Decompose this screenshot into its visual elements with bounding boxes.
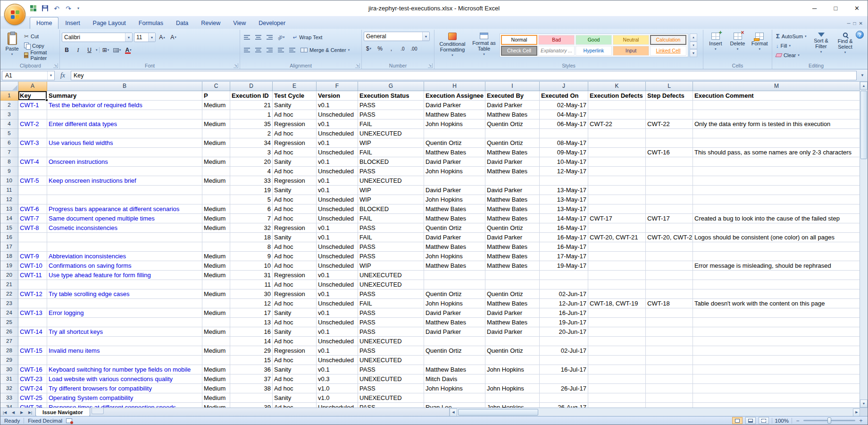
- cell-C6[interactable]: Medium: [202, 138, 230, 148]
- cell-A20[interactable]: CWT-11: [18, 271, 47, 280]
- cell-G16[interactable]: FAIL: [358, 233, 424, 242]
- cell-M7[interactable]: This should pass, as some names are only…: [693, 148, 860, 157]
- cell-K16[interactable]: CWT-20, CWT-21: [588, 233, 646, 242]
- cell-F2[interactable]: v0.1: [317, 101, 358, 110]
- cell-M30[interactable]: [693, 365, 860, 374]
- fill-button[interactable]: ↓Fill▾: [774, 41, 809, 50]
- cell-G12[interactable]: WIP: [358, 195, 424, 204]
- cell-M26[interactable]: [693, 327, 860, 337]
- cell-B29[interactable]: [47, 356, 202, 365]
- cell-F17[interactable]: Unscheduled: [317, 242, 358, 252]
- insert-cells-button[interactable]: Insert▾: [705, 31, 726, 62]
- workbook-restore-icon[interactable]: □: [853, 21, 856, 26]
- cell-H2[interactable]: David Parker: [424, 101, 485, 110]
- cell-D13[interactable]: 6: [230, 204, 273, 214]
- cell-D7[interactable]: 3: [230, 148, 273, 157]
- cell-F6[interactable]: v0.1: [317, 138, 358, 148]
- row-header-5[interactable]: 5: [0, 129, 18, 138]
- cell-B13[interactable]: Progress bars appearance at different sc…: [47, 204, 202, 214]
- last-sheet-button[interactable]: ▶|: [26, 408, 34, 416]
- cell-I24[interactable]: David Parker: [485, 308, 540, 318]
- comma-style-button[interactable]: ,: [386, 44, 396, 53]
- cell-J6[interactable]: 08-May-17: [540, 138, 588, 148]
- macro-record-button[interactable]: [66, 418, 72, 423]
- cell-L12[interactable]: [646, 195, 693, 204]
- cell-L33[interactable]: [646, 393, 693, 403]
- cell-M12[interactable]: [693, 195, 860, 204]
- cell-K28[interactable]: [588, 346, 646, 356]
- cell-E11[interactable]: Sanity: [273, 186, 317, 195]
- increase-decimal-button[interactable]: .0: [398, 44, 408, 53]
- number-dialog-launcher-icon[interactable]: ↘: [428, 63, 433, 68]
- cell-K22[interactable]: [588, 289, 646, 299]
- row-header-8[interactable]: 8: [0, 157, 18, 167]
- qat-customize-dropdown-icon[interactable]: ▾: [75, 3, 82, 14]
- format-cells-button[interactable]: Format▾: [749, 31, 770, 62]
- cell-F9[interactable]: Unscheduled: [317, 167, 358, 176]
- cell-F4[interactable]: v0.1: [317, 119, 358, 129]
- cell-L10[interactable]: [646, 176, 693, 186]
- row-header-31[interactable]: 31: [0, 374, 18, 384]
- row-header-26[interactable]: 26: [0, 327, 18, 337]
- cell-J14[interactable]: 14-May-17: [540, 214, 588, 223]
- cell-D12[interactable]: 5: [230, 195, 273, 204]
- cell-G20[interactable]: UNEXECUTED: [358, 271, 424, 280]
- cell-F25[interactable]: Unscheduled: [317, 318, 358, 327]
- cell-M11[interactable]: [693, 186, 860, 195]
- cell-style-neutral[interactable]: Neutral: [613, 35, 649, 45]
- cell-G30[interactable]: PASS: [358, 365, 424, 374]
- cell-L25[interactable]: [646, 318, 693, 327]
- cell-K6[interactable]: [588, 138, 646, 148]
- cell-E21[interactable]: Ad hoc: [273, 280, 317, 289]
- column-header-K[interactable]: K: [588, 82, 646, 91]
- cell-K27[interactable]: [588, 337, 646, 346]
- cell-I12[interactable]: Matthew Bates: [485, 195, 540, 204]
- cell-E22[interactable]: Regression: [273, 289, 317, 299]
- row-header-12[interactable]: 12: [0, 195, 18, 204]
- cell-J26[interactable]: 20-Jun-17: [540, 327, 588, 337]
- cell-A12[interactable]: [18, 195, 47, 204]
- cell-style-input[interactable]: Input: [613, 46, 649, 56]
- cell-L32[interactable]: [646, 384, 693, 393]
- cell-G14[interactable]: FAIL: [358, 214, 424, 223]
- cell-J10[interactable]: [540, 176, 588, 186]
- cell-K12[interactable]: [588, 195, 646, 204]
- cell-J3[interactable]: 04-May-17: [540, 110, 588, 119]
- cell-D1[interactable]: Execution ID: [230, 91, 273, 101]
- row-header-21[interactable]: 21: [0, 280, 18, 289]
- cell-B11[interactable]: [47, 186, 202, 195]
- cell-C32[interactable]: Medium: [202, 384, 230, 393]
- cell-I11[interactable]: David Parker: [485, 186, 540, 195]
- sort-filter-button[interactable]: Sort & Filter▾: [810, 31, 833, 62]
- cell-B32[interactable]: Try different browsers for compatibility: [47, 384, 202, 393]
- ribbon-tab-formulas[interactable]: Formulas: [133, 17, 169, 29]
- cell-J19[interactable]: 19-May-17: [540, 261, 588, 271]
- row-header-29[interactable]: 29: [0, 356, 18, 365]
- cell-J30[interactable]: 16-Jul-17: [540, 365, 588, 374]
- cell-L18[interactable]: [646, 252, 693, 261]
- cell-I19[interactable]: Matthew Bates: [485, 261, 540, 271]
- cell-K11[interactable]: [588, 186, 646, 195]
- cell-H22[interactable]: Quentin Ortiz: [424, 289, 485, 299]
- cell-H6[interactable]: Quentin Ortiz: [424, 138, 485, 148]
- row-header-18[interactable]: 18: [0, 252, 18, 261]
- cell-D21[interactable]: 11: [230, 280, 273, 289]
- cell-L17[interactable]: [646, 242, 693, 252]
- cell-I7[interactable]: Matthew Bates: [485, 148, 540, 157]
- cell-K32[interactable]: [588, 384, 646, 393]
- cell-I4[interactable]: Quentin Ortiz: [485, 119, 540, 129]
- cell-K17[interactable]: [588, 242, 646, 252]
- cell-B10[interactable]: Keep onscreen instructions brief: [47, 176, 202, 186]
- cell-M29[interactable]: [693, 356, 860, 365]
- cell-H1[interactable]: Execution Assignee: [424, 91, 485, 101]
- cell-I14[interactable]: Matthew Bates: [485, 214, 540, 223]
- cell-A30[interactable]: CWT-16: [18, 365, 47, 374]
- cell-F30[interactable]: v0.1: [317, 365, 358, 374]
- gallery-down-icon[interactable]: ▾: [690, 42, 697, 50]
- cell-J9[interactable]: 12-May-17: [540, 167, 588, 176]
- conditional-formatting-button[interactable]: Conditional Formatting▾: [436, 31, 468, 62]
- cell-D26[interactable]: 16: [230, 327, 273, 337]
- cell-K1[interactable]: Execution Defects: [588, 91, 646, 101]
- cell-B1[interactable]: Summary: [47, 91, 202, 101]
- font-name-select[interactable]: Calibri▼: [62, 33, 133, 42]
